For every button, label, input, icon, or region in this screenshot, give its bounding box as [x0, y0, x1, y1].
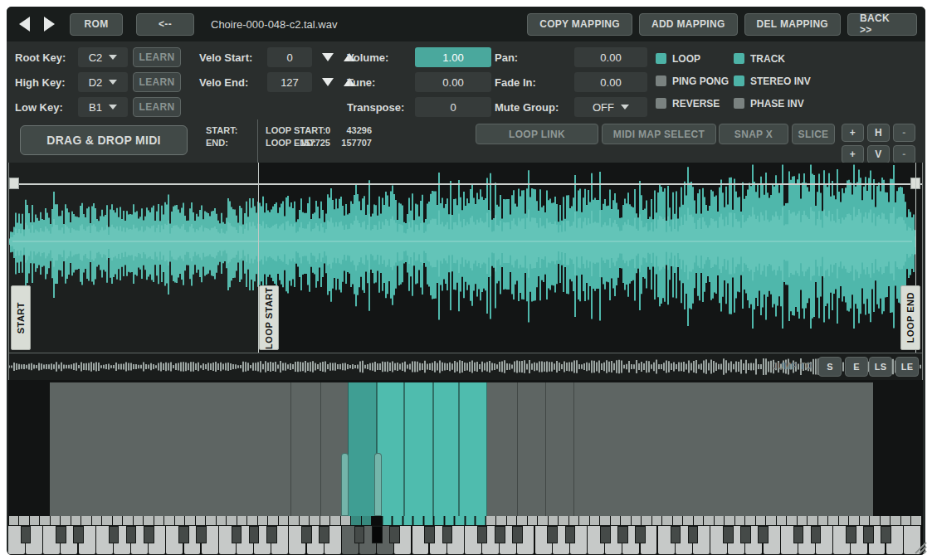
key-strip-cell[interactable]	[279, 516, 289, 525]
key-strip-cell[interactable]	[901, 516, 911, 525]
key-strip-cell[interactable]	[455, 516, 465, 525]
snap-x-button[interactable]: SNAP X	[719, 124, 788, 144]
black-key[interactable]	[635, 526, 646, 543]
zoom-v-out-button[interactable]: -	[893, 145, 915, 163]
amplitude-handle-left[interactable]	[9, 178, 19, 189]
mapping-zone-selected[interactable]	[348, 382, 377, 516]
key-strip-cell[interactable]	[673, 516, 683, 525]
black-key[interactable]	[196, 526, 207, 543]
key-strip-cell[interactable]	[870, 516, 880, 525]
back-arrow-button[interactable]: <--	[136, 13, 194, 36]
key-strip-cell[interactable]	[362, 516, 372, 525]
black-key[interactable]	[266, 526, 277, 543]
key-strip-cell[interactable]	[818, 516, 828, 525]
low-key-select[interactable]: B1	[78, 97, 128, 117]
key-strip-cell[interactable]	[538, 516, 548, 525]
black-key[interactable]	[178, 526, 189, 543]
slice-button[interactable]: SLICE	[792, 124, 835, 144]
black-key[interactable]	[354, 526, 365, 543]
black-key[interactable]	[671, 526, 681, 543]
loop-link-button[interactable]: LOOP LINK	[476, 124, 598, 144]
key-strip-cell[interactable]	[71, 516, 81, 525]
zoom-h-out-button[interactable]: -	[893, 124, 915, 142]
key-strip-cell[interactable]	[289, 516, 299, 525]
rom-button[interactable]: ROM	[70, 13, 123, 36]
black-key[interactable]	[21, 526, 32, 543]
toggle-reverse[interactable]: REVERSE	[656, 92, 734, 114]
mapping-zone[interactable]	[404, 382, 433, 516]
key-strip-cell[interactable]	[206, 516, 216, 525]
key-strip-cell[interactable]	[19, 516, 29, 525]
key-strip-cell[interactable]	[92, 516, 102, 525]
key-strip-cell[interactable]	[185, 516, 195, 525]
high-key-learn-button[interactable]: LEARN	[133, 72, 181, 92]
nav-back-button[interactable]	[15, 14, 33, 34]
checkbox-stereo_inv-icon[interactable]	[734, 75, 744, 86]
black-key[interactable]	[109, 526, 120, 543]
black-key[interactable]	[547, 526, 558, 543]
key-strip-cell[interactable]	[51, 516, 61, 525]
key-strip-cell[interactable]	[579, 516, 589, 525]
key-strip-cell[interactable]	[849, 516, 859, 525]
black-key[interactable]	[617, 526, 628, 543]
loop-end-marker[interactable]: LOOP END	[900, 285, 920, 350]
key-strip-cell[interactable]	[175, 516, 185, 525]
key-strip-cell[interactable]	[320, 516, 330, 525]
jump-ls-button[interactable]: LS	[869, 357, 892, 377]
mute-group-select[interactable]: OFF	[574, 97, 647, 117]
key-strip-cell[interactable]	[196, 516, 206, 525]
checkbox-loop-icon[interactable]	[656, 53, 666, 64]
drag-drop-midi-button[interactable]: DRAG & DROP MIDI	[20, 125, 188, 155]
root-key-learn-button[interactable]: LEARN	[133, 47, 181, 67]
black-key[interactable]	[442, 526, 453, 543]
key-strip-cell[interactable]	[528, 516, 538, 525]
key-strip-cell[interactable]	[351, 516, 361, 525]
loop-start-marker[interactable]: LOOP START	[259, 285, 279, 350]
key-strip-cell[interactable]	[745, 516, 755, 525]
midi-map-select-button[interactable]: MIDI MAP SELECT	[602, 124, 716, 144]
key-strip-cell[interactable]	[600, 516, 610, 525]
key-strip-cell[interactable]	[227, 516, 237, 525]
key-strip-cell[interactable]	[715, 516, 725, 525]
black-key[interactable]	[232, 526, 242, 543]
key-strip-cell[interactable]	[134, 516, 144, 525]
key-strip-cell[interactable]	[559, 516, 568, 525]
black-key[interactable]	[793, 526, 804, 543]
key-strip-cell[interactable]	[704, 516, 714, 525]
key-strip-cell[interactable]	[798, 516, 808, 525]
volume-field[interactable]: 1.00	[415, 47, 491, 67]
key-strip-cell[interactable]	[268, 516, 278, 525]
key-strip-cell[interactable]	[466, 516, 476, 525]
tune-field[interactable]: 0.00	[415, 72, 491, 92]
mapping-area[interactable]	[8, 380, 923, 516]
key-strip-cell[interactable]	[839, 516, 849, 525]
zone-edge-handle[interactable]	[341, 453, 349, 516]
key-strip-cell[interactable]	[403, 516, 413, 525]
key-strip-cell[interactable]	[777, 516, 787, 525]
key-strip-cell[interactable]	[881, 516, 891, 525]
key-strip-cell[interactable]	[735, 516, 745, 525]
key-strip-cell[interactable]	[756, 516, 766, 525]
key-strip-cell[interactable]	[9, 516, 19, 525]
zoom-v-in-button[interactable]: +	[842, 145, 864, 163]
velo-start-down-icon[interactable]	[322, 53, 334, 61]
black-key[interactable]	[723, 526, 734, 543]
key-strip-cell[interactable]	[123, 516, 133, 525]
black-key[interactable]	[512, 526, 523, 543]
key-strip-cell[interactable]	[424, 516, 434, 525]
key-strip-cell[interactable]	[569, 516, 579, 525]
key-strip-cell[interactable]	[102, 516, 112, 525]
key-strip-cell[interactable]	[611, 516, 621, 525]
jump-e-button[interactable]: E	[845, 357, 868, 377]
key-strip-cell[interactable]	[30, 516, 40, 525]
back-button[interactable]: BACK >>	[847, 13, 917, 36]
jump-s-button[interactable]: S	[818, 357, 842, 377]
resize-grip-icon[interactable]	[913, 540, 927, 554]
jump-le-button[interactable]: LE	[895, 357, 919, 377]
black-key[interactable]	[846, 526, 856, 543]
key-strip-cell[interactable]	[40, 516, 50, 525]
black-key[interactable]	[319, 526, 329, 543]
waveform-display[interactable]: START LOOP START LOOP END	[9, 163, 922, 353]
black-key[interactable]	[56, 526, 66, 543]
black-key[interactable]	[477, 526, 488, 543]
